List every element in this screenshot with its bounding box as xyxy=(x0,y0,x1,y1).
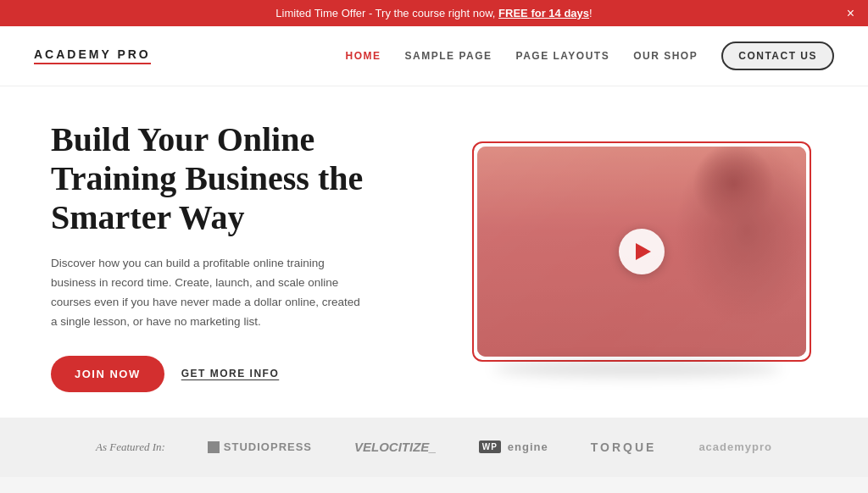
nav-item-our-shop[interactable]: OUR SHOP xyxy=(633,50,698,62)
nav-item-sample-page[interactable]: SAMPLE PAGE xyxy=(405,50,492,62)
hero-title: Build Your Online Training Business the … xyxy=(51,120,407,237)
video-shadow xyxy=(493,360,781,377)
nav-item-home[interactable]: HOME xyxy=(346,50,381,62)
brand-academypro: academypro xyxy=(698,440,772,453)
video-frame xyxy=(472,141,811,362)
banner-close-button[interactable]: × xyxy=(847,6,854,21)
nav-item-page-layouts[interactable]: PAGE LAYOUTS xyxy=(516,50,610,62)
hero-section: Build Your Online Training Business the … xyxy=(0,86,868,418)
play-icon xyxy=(636,243,651,260)
brand-torque: TORQUE xyxy=(591,440,657,454)
main-nav: HOME SAMPLE PAGE PAGE LAYOUTS OUR SHOP C… xyxy=(346,42,834,70)
site-logo[interactable]: ACADEMY PRO xyxy=(34,47,151,64)
get-more-info-button[interactable]: GET MORE INFO xyxy=(181,368,280,379)
hero-video-area xyxy=(458,150,817,362)
play-button[interactable] xyxy=(619,229,665,274)
brand-studiopress: STUDIOPRESS xyxy=(208,440,312,453)
featured-label: As Featured In: xyxy=(96,440,165,454)
brand-velocitize: VELOCITIZE_ xyxy=(354,440,437,454)
banner-text: Limited Time Offer - Try the course righ… xyxy=(275,7,592,19)
contact-us-button[interactable]: CONTACT US xyxy=(721,42,834,70)
site-header: ACADEMY PRO HOME SAMPLE PAGE PAGE LAYOUT… xyxy=(0,26,868,86)
join-now-button[interactable]: JOIN NOW xyxy=(51,356,164,392)
hero-description: Discover how you can build a profitable … xyxy=(51,254,364,332)
video-thumbnail xyxy=(477,147,806,357)
wpengine-icon: WP xyxy=(479,440,501,453)
studiopress-icon xyxy=(208,441,220,453)
banner-link[interactable]: FREE for 14 days xyxy=(498,7,589,19)
brand-wpengine: WPengine xyxy=(479,440,548,453)
hero-content: Build Your Online Training Business the … xyxy=(51,120,407,392)
promo-banner: Limited Time Offer - Try the course righ… xyxy=(0,0,868,26)
hero-buttons: JOIN NOW GET MORE INFO xyxy=(51,356,407,392)
featured-strip: As Featured In: STUDIOPRESS VELOCITIZE_ … xyxy=(0,418,868,477)
